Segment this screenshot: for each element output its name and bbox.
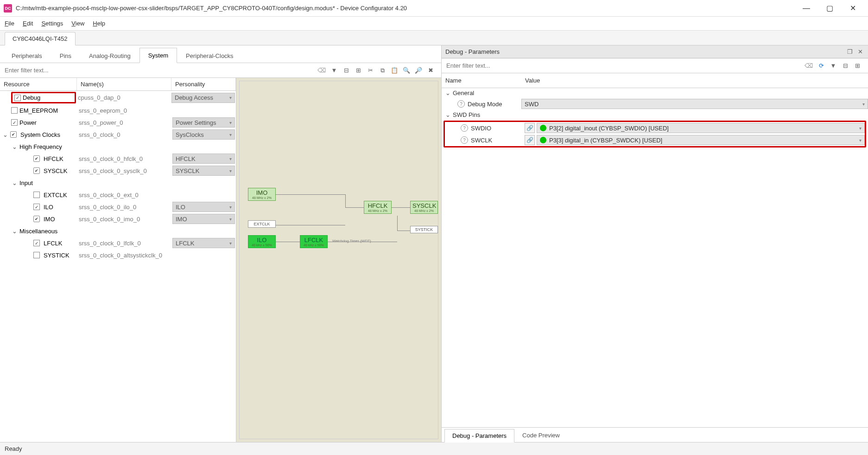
filter-icon[interactable]: ▼ <box>329 65 339 76</box>
device-tab[interactable]: CY8C4046LQI-T452 <box>5 32 76 45</box>
debug-mode-select[interactable]: SWD▾ <box>521 99 868 109</box>
params-filter-clear-icon[interactable]: ⌫ <box>804 61 813 70</box>
ph-name: Name <box>442 75 521 86</box>
ph-value: Value <box>521 75 868 86</box>
paste-icon[interactable]: 📋 <box>389 65 399 76</box>
right-pane: Debug - Parameters ❐ ✕ ⌫ ⟳ ▼ ⊟ ⊞ Name Va… <box>442 45 868 442</box>
row-high-frequency[interactable]: ⌄High Frequency <box>0 141 236 153</box>
close-panel-icon[interactable]: ✕ <box>856 48 864 56</box>
help-icon[interactable]: ? <box>461 136 468 144</box>
filter-icon[interactable]: ▼ <box>828 61 838 71</box>
power-checkbox[interactable] <box>11 119 18 126</box>
row-eeprom[interactable]: EM_EEPROM srss_0_eeprom_0 <box>0 104 236 116</box>
sysclk-lock-checkbox[interactable] <box>10 131 17 138</box>
systick-checkbox[interactable] <box>33 252 40 258</box>
undock-icon[interactable]: ❐ <box>846 48 854 56</box>
expander-icon[interactable]: ⌄ <box>2 131 8 138</box>
tab-debug-parameters[interactable]: Debug - Parameters <box>444 429 514 442</box>
sysclk2-personality[interactable]: SYSCLK▾ <box>172 166 235 176</box>
row-input-group[interactable]: ⌄Input <box>0 177 236 189</box>
maximize-button[interactable]: ▢ <box>818 0 841 17</box>
row-debug[interactable]: Debug cpuss_0_dap_0 Debug Access▾ <box>0 91 236 104</box>
diag-systick: SYSTICK <box>410 226 438 233</box>
expander-icon[interactable]: ⌄ <box>11 179 18 186</box>
th-personality: Personality <box>171 78 236 90</box>
tab-system[interactable]: System <box>139 48 177 63</box>
hfclk-personality[interactable]: HFCLK▾ <box>172 154 235 164</box>
row-imo[interactable]: IMO srss_0_clock_0_imo_0 IMO▾ <box>0 213 236 225</box>
row-power[interactable]: Power srss_0_power_0 Power Settings▾ <box>0 116 236 128</box>
ilo-checkbox[interactable] <box>33 204 40 210</box>
row-systick[interactable]: SYSTICK srss_0_clock_0_altsystickclk_0 <box>0 249 236 261</box>
collapse-all-icon[interactable]: ⊟ <box>840 61 850 71</box>
diag-wdt-label: Watchdog Timer (WDT) <box>332 239 371 243</box>
group-general[interactable]: ⌄General <box>442 88 868 98</box>
debug-checkbox[interactable] <box>14 95 21 101</box>
help-icon[interactable]: ? <box>457 100 465 108</box>
row-swdio[interactable]: ?SWDIO 🔗 P3[2] digital_inout (CYBSP_SWDI… <box>445 122 865 134</box>
lfclk-checkbox[interactable] <box>33 240 40 246</box>
row-system-clocks[interactable]: ⌄System Clocks srss_0_clock_0 SysClocks▾ <box>0 128 236 141</box>
menu-help[interactable]: Help <box>93 20 105 27</box>
tab-peripherals[interactable]: Peripherals <box>3 48 51 63</box>
expand-all-icon[interactable]: ⊞ <box>852 61 862 71</box>
menu-file[interactable]: File <box>5 20 14 27</box>
menu-view[interactable]: View <box>71 20 84 27</box>
imo-personality[interactable]: IMO▾ <box>172 214 235 224</box>
lfclk-personality[interactable]: LFCLK▾ <box>172 238 235 248</box>
collapse-all-icon[interactable]: ⊟ <box>341 65 351 76</box>
tab-analog-routing[interactable]: Analog-Routing <box>80 48 139 63</box>
expander-icon[interactable]: ⌄ <box>11 143 18 150</box>
refresh-icon[interactable]: ⟳ <box>816 61 826 71</box>
menu-edit[interactable]: Edit <box>23 20 33 27</box>
row-lfclk[interactable]: LFCLK srss_0_clock_0_lfclk_0 LFCLK▾ <box>0 237 236 249</box>
row-ilo[interactable]: ILO srss_0_clock_0_ilo_0 ILO▾ <box>0 201 236 213</box>
left-filter-row: ⌫ ▼ ⊟ ⊞ ✂ ⧉ 📋 🔍 🔎 ✖ <box>0 63 441 78</box>
swclk-select[interactable]: P3[3] digital_in (CYBSP_SWDCK) [USED]▾ <box>537 135 865 145</box>
zoom-in-icon[interactable]: 🔍 <box>401 65 412 76</box>
help-icon[interactable]: ? <box>461 124 468 132</box>
device-tab-row: CY8C4046LQI-T452 <box>0 31 868 45</box>
tab-pins[interactable]: Pins <box>51 48 80 63</box>
copy-icon[interactable]: ⧉ <box>377 65 387 76</box>
debug-label: Debug <box>23 94 40 101</box>
power-personality[interactable]: Power Settings▾ <box>172 117 235 128</box>
eeprom-checkbox[interactable] <box>11 107 18 114</box>
cut-icon[interactable]: ✂ <box>365 65 375 76</box>
sysclk-personality[interactable]: SysClocks▾ <box>172 129 235 140</box>
row-misc-group[interactable]: ⌄Miscellaneous <box>0 225 236 237</box>
sysclk2-checkbox[interactable] <box>33 167 40 174</box>
sub-tabs: Peripherals Pins Analog-Routing System P… <box>0 45 441 63</box>
expander-icon[interactable]: ⌄ <box>11 228 18 235</box>
swdio-select[interactable]: P3[2] digital_inout (CYBSP_SWDIO) [USED]… <box>537 123 865 133</box>
debug-personality[interactable]: Debug Access▾ <box>171 93 235 103</box>
filter-input[interactable] <box>3 65 317 76</box>
row-debug-mode[interactable]: ?Debug Mode SWD▾ <box>442 98 868 110</box>
row-swclk[interactable]: ?SWCLK 🔗 P3[3] digital_in (CYBSP_SWDCK) … <box>445 134 865 146</box>
hfclk-checkbox[interactable] <box>33 155 40 162</box>
link-icon[interactable]: 🔗 <box>525 123 535 133</box>
row-hfclk[interactable]: HFCLK srss_0_clock_0_hfclk_0 HFCLK▾ <box>0 153 236 165</box>
row-sysclk2[interactable]: SYSCLK srss_0_clock_0_sysclk_0 SYSCLK▾ <box>0 165 236 177</box>
status-dot-icon <box>540 125 546 131</box>
extclk-checkbox[interactable] <box>33 192 40 198</box>
expand-all-icon[interactable]: ⊞ <box>353 65 363 76</box>
zoom-out-icon[interactable]: 🔎 <box>413 65 424 76</box>
params-filter-input[interactable] <box>444 60 804 71</box>
row-extclk[interactable]: EXTCLK srss_0_clock_0_ext_0 <box>0 189 236 201</box>
close-button[interactable]: ✕ <box>841 0 864 17</box>
statusbar: Ready <box>0 442 868 455</box>
link-icon[interactable]: 🔗 <box>525 135 535 145</box>
imo-checkbox[interactable] <box>33 216 40 222</box>
tab-peripheral-clocks[interactable]: Peripheral-Clocks <box>177 48 242 63</box>
clock-diagram[interactable]: IMO48 MHz ± 2% EXTCLK ILO40 kHz ± 50% LF… <box>236 78 441 442</box>
tab-code-preview[interactable]: Code Preview <box>514 429 568 442</box>
filter-clear-icon[interactable]: ⌫ <box>317 66 326 75</box>
group-swd-pins[interactable]: ⌄SWD Pins <box>442 110 868 120</box>
minimize-button[interactable]: — <box>795 0 818 17</box>
diag-imo: IMO48 MHz ± 2% <box>248 188 276 201</box>
ilo-personality[interactable]: ILO▾ <box>172 202 235 212</box>
menu-settings[interactable]: Settings <box>41 20 63 27</box>
debug-name: cpuss_0_dap_0 <box>76 94 171 101</box>
zoom-fit-icon[interactable]: ✖ <box>425 65 436 76</box>
